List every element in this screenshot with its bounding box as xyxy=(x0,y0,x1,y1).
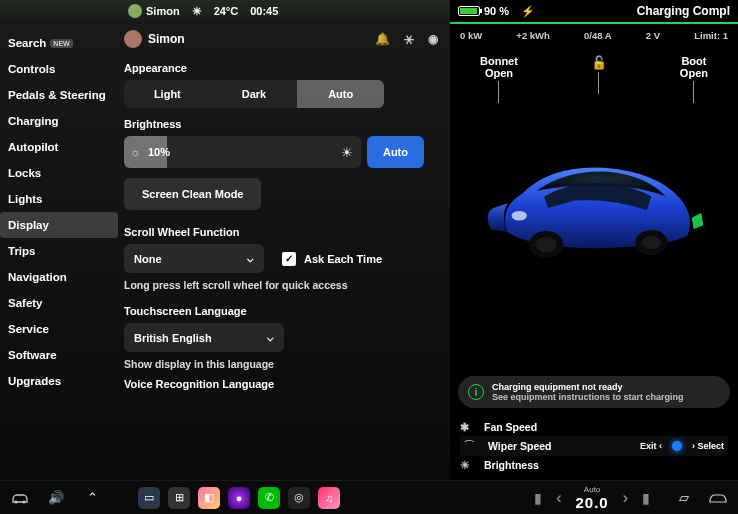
brightness-low-icon: ☼ xyxy=(130,146,140,158)
scroll-wheel-hint: Long press left scroll wheel for quick a… xyxy=(124,279,438,291)
appearance-label: Appearance xyxy=(124,62,438,74)
sidebar-item-locks[interactable]: Locks xyxy=(0,160,118,186)
charge-progress-bar xyxy=(450,22,738,24)
info-icon: i xyxy=(468,384,484,400)
brightness-slider[interactable]: ☼ 10% ☀ xyxy=(124,136,361,168)
boot-open-label[interactable]: Boot Open xyxy=(680,55,708,103)
seat-heater-left[interactable]: ▮ xyxy=(534,490,542,506)
sidebar-item-navigation[interactable]: Navigation xyxy=(0,264,118,290)
brightness-high-icon: ☀ xyxy=(341,145,353,160)
volume-icon[interactable]: 🔊 xyxy=(46,488,66,508)
appearance-selector: LightDarkAuto xyxy=(124,80,384,108)
appearance-option-light[interactable]: Light xyxy=(124,80,211,108)
wifi-icon[interactable]: ◉ xyxy=(428,32,438,46)
sidebar-item-controls[interactable]: Controls xyxy=(0,56,118,82)
app-music[interactable]: ♫ xyxy=(318,487,340,509)
select-indicator-icon xyxy=(672,441,682,451)
battery-icon xyxy=(458,6,480,16)
appearance-option-dark[interactable]: Dark xyxy=(211,80,298,108)
touchscreen-lang-dropdown[interactable]: British English ⌵ xyxy=(124,323,284,352)
sidebar-item-pedals-steering[interactable]: Pedals & Steering xyxy=(0,82,118,108)
brightness-icon: ☀ xyxy=(460,459,476,471)
wheel-item-wiper[interactable]: ⌒ Wiper Speed Exit ‹ › Select xyxy=(460,436,728,456)
scroll-wheel-dropdown[interactable]: None ⌵ xyxy=(124,244,264,273)
weather-icon: ☀ xyxy=(192,5,202,18)
select-hint: › Select xyxy=(692,441,724,451)
svg-point-4 xyxy=(642,236,661,249)
banner-title: Charging equipment not ready xyxy=(492,382,684,392)
unlock-icon[interactable]: 🔓 xyxy=(591,55,607,103)
touchscreen-lang-hint: Show display in this language xyxy=(124,358,438,370)
battery-pct: 90 % xyxy=(484,5,509,17)
svg-point-6 xyxy=(15,500,18,503)
app-dashcam[interactable]: ▭ xyxy=(138,487,160,509)
wiper-icon: ⌒ xyxy=(464,439,480,453)
stat-added: +2 kWh xyxy=(516,30,550,41)
brightness-auto-button[interactable]: Auto xyxy=(367,136,424,168)
bonnet-open-label[interactable]: Bonnet Open xyxy=(480,55,518,103)
charging-title: Charging Compl xyxy=(637,4,730,18)
bell-icon[interactable]: 🔔 xyxy=(375,32,390,46)
chevron-down-icon: ⌵ xyxy=(267,331,274,344)
wheel-item-fan[interactable]: ✱ Fan Speed xyxy=(460,418,728,436)
ask-each-time-checkbox[interactable]: ✓ Ask Each Time xyxy=(282,252,382,266)
climate-temp[interactable]: 20.0 xyxy=(575,494,608,511)
charging-stats: 0 kW +2 kWh 0/48 A 2 V Limit: 1 xyxy=(450,26,738,45)
app-calendar[interactable]: ⊞ xyxy=(168,487,190,509)
svg-point-0 xyxy=(498,252,690,271)
scroll-wheel-label: Scroll Wheel Function xyxy=(124,226,438,238)
defrost-front-icon[interactable]: ▱ xyxy=(674,488,694,508)
appearance-option-auto[interactable]: Auto xyxy=(297,80,384,108)
screen-clean-button[interactable]: Screen Clean Mode xyxy=(124,178,261,210)
app-toybox[interactable]: ● xyxy=(228,487,250,509)
temp-down[interactable]: ‹ xyxy=(556,489,561,507)
sidebar-item-charging[interactable]: Charging xyxy=(0,108,118,134)
sidebar-item-upgrades[interactable]: Upgrades xyxy=(0,368,118,394)
wheel-item-brightness[interactable]: ☀ Brightness xyxy=(460,456,728,474)
equipment-banner[interactable]: i Charging equipment not ready See equip… xyxy=(458,376,730,408)
stat-amps: 0/48 A xyxy=(584,30,612,41)
chevron-up-icon[interactable]: ⌃ xyxy=(82,488,102,508)
sidebar-item-search[interactable]: SearchNEW xyxy=(0,30,118,56)
sidebar-item-software[interactable]: Software xyxy=(0,342,118,368)
profile-name: Simon xyxy=(146,5,180,17)
car-outline-icon[interactable] xyxy=(708,488,728,508)
battery-indicator[interactable]: 90 % xyxy=(458,5,509,17)
sidebar-item-display[interactable]: Display xyxy=(0,212,118,238)
new-badge: NEW xyxy=(50,39,72,48)
bluetooth-icon[interactable]: ⚹ xyxy=(404,32,414,46)
sidebar-item-autopilot[interactable]: Autopilot xyxy=(0,134,118,160)
settings-panel: Simon 🔔 ⚹ ◉ Appearance LightDarkAuto Bri… xyxy=(118,0,450,480)
temp-up[interactable]: › xyxy=(623,489,628,507)
touchscreen-lang-label: Touchscreen Language xyxy=(124,305,438,317)
sidebar-item-service[interactable]: Service xyxy=(0,316,118,342)
car-icon[interactable] xyxy=(10,488,30,508)
voice-lang-label: Voice Recognition Language xyxy=(124,378,438,390)
svg-point-5 xyxy=(512,211,527,221)
avatar-icon xyxy=(124,30,142,48)
app-camera[interactable]: ◎ xyxy=(288,487,310,509)
app-energy[interactable]: ◧ xyxy=(198,487,220,509)
profile-name: Simon xyxy=(148,32,185,46)
avatar-icon xyxy=(128,4,142,18)
charge-lightning-icon: ⚡ xyxy=(521,5,535,18)
app-phone[interactable]: ✆ xyxy=(258,487,280,509)
stat-volts: 2 V xyxy=(646,30,660,41)
brightness-value: 10% xyxy=(148,146,170,158)
settings-sidebar: SearchNEWControlsPedals & SteeringChargi… xyxy=(0,0,118,480)
stat-power: 0 kW xyxy=(460,30,482,41)
svg-point-2 xyxy=(536,237,557,252)
profile-header[interactable]: Simon 🔔 ⚹ ◉ xyxy=(124,30,438,48)
sidebar-item-trips[interactable]: Trips xyxy=(0,238,118,264)
sidebar-item-safety[interactable]: Safety xyxy=(0,290,118,316)
checkmark-icon: ✓ xyxy=(282,252,296,266)
fan-icon: ✱ xyxy=(460,421,476,433)
clock: 00:45 xyxy=(250,5,278,17)
exit-hint: Exit ‹ xyxy=(640,441,662,451)
sidebar-item-lights[interactable]: Lights xyxy=(0,186,118,212)
profile-chip[interactable]: Simon xyxy=(128,4,180,18)
seat-heater-right[interactable]: ▮ xyxy=(642,490,650,506)
svg-point-7 xyxy=(23,500,26,503)
charging-status-bar: 90 % ⚡ Charging Compl xyxy=(450,0,738,22)
vehicle-view[interactable]: Bonnet Open 🔓 Boot Open xyxy=(450,45,738,372)
